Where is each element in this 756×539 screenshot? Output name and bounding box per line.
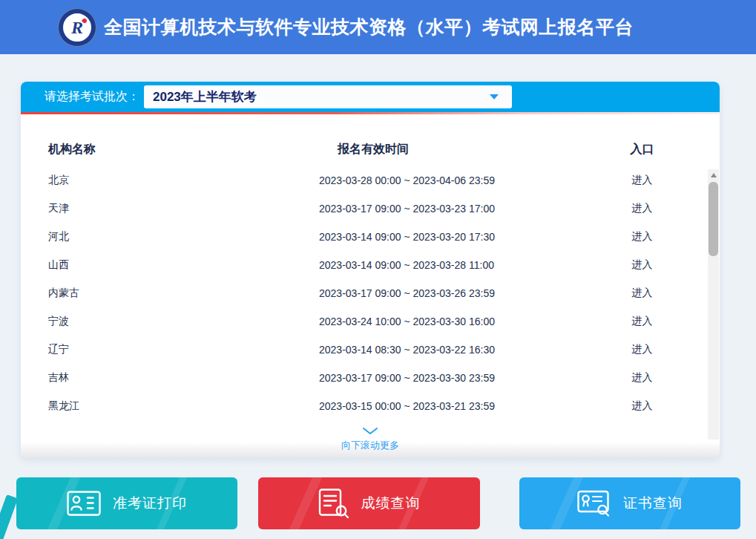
actions-bar: 准考证打印 成绩查询 证书查询 bbox=[0, 477, 756, 529]
table-row: 天津 2023-03-17 09:00 ~ 2023-03-23 17:00 进… bbox=[21, 195, 720, 223]
batch-dropdown-value: 2023年上半年软考 bbox=[144, 85, 257, 108]
valid-time-cell: 2023-03-15 00:00 ~ 2023-03-21 23:59 bbox=[319, 400, 592, 412]
org-name-cell: 天津 bbox=[48, 202, 319, 215]
entry-link[interactable]: 进入 bbox=[592, 287, 692, 300]
score-query-button[interactable]: 成绩查询 bbox=[258, 477, 480, 529]
app-header: R 全国计算机技术与软件专业技术资格（水平）考试网上报名平台 bbox=[0, 0, 756, 54]
table-row: 宁波 2023-03-24 10:00 ~ 2023-03-30 16:00 进… bbox=[21, 307, 720, 336]
valid-time-cell: 2023-03-24 10:00 ~ 2023-03-30 16:00 bbox=[319, 316, 592, 327]
entry-link[interactable]: 进入 bbox=[592, 258, 692, 272]
org-name-cell: 山西 bbox=[48, 258, 319, 272]
batch-select-bar: 请选择考试批次： 2023年上半年软考 bbox=[21, 82, 720, 112]
org-name-cell: 北京 bbox=[48, 174, 319, 187]
table-row: 北京 2023-03-28 00:00 ~ 2023-04-06 23:59 进… bbox=[21, 166, 720, 195]
table-row: 吉林 2023-03-17 09:00 ~ 2023-03-30 23:59 进… bbox=[21, 364, 720, 392]
entry-link[interactable]: 进入 bbox=[592, 230, 692, 244]
score-search-icon bbox=[318, 489, 349, 519]
batch-dropdown[interactable]: 2023年上半年软考 bbox=[144, 85, 512, 108]
valid-time-cell: 2023-03-17 09:00 ~ 2023-03-23 17:00 bbox=[319, 203, 592, 215]
scroll-more-control[interactable]: 向下滚动更多 bbox=[21, 424, 720, 452]
logo-seal: R bbox=[62, 12, 93, 43]
valid-time-cell: 2023-03-28 00:00 ~ 2023-04-06 23:59 bbox=[319, 174, 592, 186]
column-header-time: 报名有效时间 bbox=[319, 142, 592, 157]
chevron-down-icon bbox=[490, 94, 499, 99]
print-admission-button[interactable]: 准考证打印 bbox=[16, 477, 237, 529]
table-body: 北京 2023-03-28 00:00 ~ 2023-04-06 23:59 进… bbox=[21, 166, 720, 420]
valid-time-cell: 2023-03-14 08:30 ~ 2023-03-22 16:30 bbox=[319, 344, 592, 356]
table-row: 河北 2023-03-14 09:00 ~ 2023-03-20 17:30 进… bbox=[21, 223, 720, 251]
app-logo-icon: R bbox=[58, 8, 96, 47]
entry-link[interactable]: 进入 bbox=[592, 399, 692, 413]
table-row: 辽宁 2023-03-14 08:30 ~ 2023-03-22 16:30 进… bbox=[21, 336, 720, 364]
table-row: 黑龙江 2023-03-15 00:00 ~ 2023-03-21 23:59 … bbox=[21, 392, 720, 420]
org-name-cell: 黑龙江 bbox=[48, 399, 319, 413]
column-header-entry: 入口 bbox=[592, 142, 692, 157]
action-label: 准考证打印 bbox=[113, 494, 187, 513]
entry-link[interactable]: 进入 bbox=[592, 343, 692, 356]
table-scrollbar[interactable] bbox=[708, 169, 719, 440]
table-header: 机构名称 报名有效时间 入口 bbox=[21, 132, 720, 166]
org-name-cell: 辽宁 bbox=[48, 343, 319, 356]
entry-link[interactable]: 进入 bbox=[592, 315, 692, 328]
accent-divider bbox=[21, 112, 720, 114]
action-label: 证书查询 bbox=[623, 494, 683, 513]
table-row: 内蒙古 2023-03-17 09:00 ~ 2023-03-26 23:59 … bbox=[21, 279, 720, 307]
certificate-query-button[interactable]: 证书查询 bbox=[519, 477, 740, 529]
batch-select-label: 请选择考试批次： bbox=[45, 89, 139, 105]
certificate-search-icon bbox=[577, 489, 611, 517]
org-name-cell: 吉林 bbox=[48, 371, 319, 385]
scrollbar-thumb[interactable] bbox=[709, 182, 718, 256]
valid-time-cell: 2023-03-17 09:00 ~ 2023-03-26 23:59 bbox=[319, 287, 592, 299]
entry-link[interactable]: 进入 bbox=[592, 174, 692, 187]
scroll-more-label: 向下滚动更多 bbox=[21, 439, 720, 452]
entry-link[interactable]: 进入 bbox=[592, 202, 692, 215]
valid-time-cell: 2023-03-14 09:00 ~ 2023-03-20 17:30 bbox=[319, 231, 592, 243]
entry-link[interactable]: 进入 bbox=[592, 371, 692, 385]
admission-card-icon bbox=[67, 491, 101, 516]
table-row: 山西 2023-03-14 09:00 ~ 2023-03-28 11:00 进… bbox=[21, 251, 720, 279]
action-label: 成绩查询 bbox=[361, 494, 421, 513]
org-name-cell: 河北 bbox=[48, 230, 319, 244]
org-name-cell: 内蒙古 bbox=[48, 287, 319, 300]
valid-time-cell: 2023-03-14 09:00 ~ 2023-03-28 11:00 bbox=[319, 259, 592, 271]
page-title: 全国计算机技术与软件专业技术资格（水平）考试网上报名平台 bbox=[104, 15, 634, 39]
registration-panel: 请选择考试批次： 2023年上半年软考 机构名称 报名有效时间 入口 北京 20… bbox=[21, 82, 720, 458]
scrollbar-up-arrow-icon[interactable] bbox=[708, 169, 719, 180]
org-name-cell: 宁波 bbox=[48, 315, 319, 328]
column-header-org: 机构名称 bbox=[48, 142, 319, 157]
logo-letter: R bbox=[71, 19, 83, 36]
chevron-down-icon bbox=[363, 428, 378, 434]
valid-time-cell: 2023-03-17 09:00 ~ 2023-03-30 23:59 bbox=[319, 372, 592, 384]
